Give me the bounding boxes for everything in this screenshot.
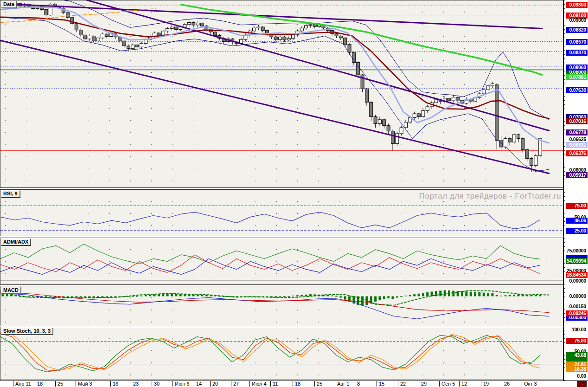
time-axis-label: 25 [58, 381, 63, 387]
rsi-line [0, 212, 540, 229]
time-axis-tick [13, 381, 13, 387]
time-axis-tick [55, 381, 56, 387]
time-axis-tick [377, 381, 377, 387]
time-axis-label: 30 [154, 381, 160, 387]
bollinger-lower [0, 18, 549, 172]
scale-label: 75.00 [566, 338, 588, 344]
indicator-label-adx: ADMI/ADX [1, 239, 31, 245]
scale-label: 16.84534 [566, 272, 588, 278]
time-axis-tick [249, 381, 250, 387]
adx-panel[interactable]: ADMI/ADX [0, 238, 563, 285]
time-axis-label: Окт 3 [524, 381, 537, 387]
time-axis-label: 25 [317, 381, 322, 387]
time-axis-label: 16 [113, 381, 118, 387]
time-axis-label: Май 3 [78, 381, 92, 387]
time-axis-tick [335, 381, 335, 387]
scale-label: 0.07630 [566, 87, 588, 93]
main-chart-canvas[interactable] [0, 0, 563, 187]
time-axis-tick [314, 381, 315, 387]
adx-chart-canvas[interactable] [0, 238, 563, 284]
orange-trendline [0, 8, 155, 22]
time-axis-tick [131, 381, 131, 387]
trendline-upper [7, 4, 542, 29]
scale-label: 0.06376 [566, 150, 588, 156]
scale-label: 46.06 [566, 218, 588, 224]
time-axis-label: Сен 5 [441, 381, 455, 387]
time-axis-tick [110, 381, 111, 387]
scale-label: 0.05917 [566, 172, 588, 178]
scale-label: 0.07016 [566, 118, 588, 124]
minus-di-line [0, 255, 540, 274]
scale-label: 0.08820 [566, 27, 588, 33]
time-axis-tick [35, 381, 35, 387]
main-chart-panel[interactable]: Data [0, 0, 563, 188]
time-axis-tick [419, 381, 419, 387]
scale-label: 16.38 [566, 366, 588, 372]
time-axis-tick [398, 381, 398, 387]
time-axis-label: 27 [233, 381, 239, 387]
macd-chart-canvas[interactable] [0, 286, 563, 326]
adx-line [0, 244, 540, 264]
indicator-label-rsi: RSI, 9 [1, 190, 20, 197]
scale-label: 0.00000 [566, 278, 588, 284]
watermark-text: Портал для трейдеров - ForTrader.ru [419, 192, 561, 201]
time-axis-label: 19 [483, 381, 489, 387]
price-scale[interactable]: 0.093000.091000.090000.088200.085700.083… [563, 0, 588, 381]
time-axis-tick [194, 381, 194, 387]
time-axis-tick [439, 381, 440, 387]
time-axis-label: Июл 4 [252, 381, 267, 387]
scale-label: -0.00150 [566, 303, 588, 310]
scale-label: 0.06531 [566, 142, 588, 148]
scale-label: 100.00 [566, 327, 588, 333]
scale-label: 0.06778 [566, 129, 588, 135]
time-axis-tick [522, 381, 522, 387]
time-axis-tick [210, 381, 211, 387]
time-axis-tick [293, 381, 293, 387]
chart-label-data: Data [1, 1, 17, 8]
scale-label: 0.08370 [566, 50, 588, 56]
scale-label: 0.08060 [566, 64, 588, 71]
time-axis-tick [231, 381, 231, 387]
time-axis-label: 18 [295, 381, 300, 387]
scale-label: 75.00 [566, 203, 588, 209]
scale-label: 54.09094 [566, 258, 588, 264]
time-axis-label: 14 [196, 381, 202, 387]
scale-label: 0.00 [566, 373, 588, 379]
time-axis-label: Апр 11 [15, 381, 31, 387]
macd-panel[interactable]: MACD [0, 286, 563, 326]
time-axis-label: 18 [37, 381, 43, 387]
time-axis-label: 26 [504, 381, 510, 387]
time-axis-label: 15 [379, 381, 384, 387]
scale-label: 43.68 [566, 352, 588, 358]
scale-label: 0.00000 [566, 293, 588, 299]
scale-label: 0.08570 [566, 39, 588, 45]
scale-label: 75.00000 [566, 248, 588, 254]
time-axis-tick [270, 381, 271, 387]
time-axis-label: 22 [400, 381, 406, 387]
scale-label: 0.09000 [566, 17, 588, 23]
trendline-mid [0, 0, 549, 130]
stoch-green [0, 335, 540, 372]
scale-label: 25.00 [566, 228, 588, 234]
scale-label: 0.09300 [566, 2, 588, 8]
time-axis-tick [502, 381, 502, 387]
time-axis-tick [355, 381, 355, 387]
time-axis-label: 29 [421, 381, 427, 387]
time-axis-label: 12 [461, 381, 467, 387]
scale-label: -0.00246 [566, 310, 588, 316]
stochastic-chart-canvas[interactable] [0, 327, 563, 380]
ma-periwinkle [0, 7, 549, 143]
time-axis[interactable]: Апр 111825Май 3162330Июн 6142027Июл 4111… [0, 381, 588, 387]
time-axis-label: Авг 1 [337, 381, 349, 387]
stoch-red [0, 334, 540, 371]
indicator-label-stoch: Slow Stoch, 10, 3, 3 [1, 328, 53, 335]
scale-label: 0.07881 [566, 74, 588, 80]
plus-di-line [0, 258, 540, 274]
scroll-to-end-button[interactable]: → [577, 381, 587, 387]
time-axis-label: 8 [357, 381, 360, 387]
time-axis-tick [76, 381, 76, 387]
time-axis-tick [481, 381, 481, 387]
time-axis-tick [459, 381, 460, 387]
time-axis-label: 20 [212, 381, 218, 387]
stochastic-panel[interactable]: Slow Stoch, 10, 3, 3 [0, 327, 563, 380]
